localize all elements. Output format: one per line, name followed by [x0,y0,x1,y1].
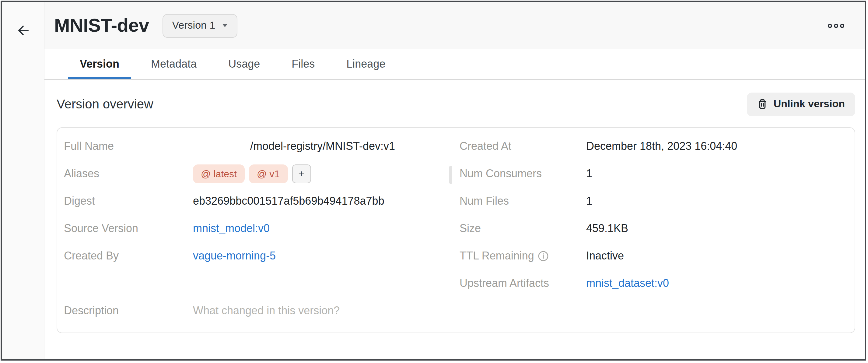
version-selector-label: Version 1 [172,20,215,32]
fields-column-right: Created At December 18th, 2023 16:04:40 … [460,133,855,333]
overflow-menu-button[interactable] [826,21,847,30]
num-files-value: 1 [586,195,592,208]
created-at-value: December 18th, 2023 16:04:40 [586,140,737,153]
sidebar [2,2,44,359]
field-label: Description [64,305,193,317]
field-label: Num Consumers [460,168,586,180]
field-row-num-files: Num Files 1 [460,188,855,215]
field-label: Digest [64,195,193,208]
description-input[interactable]: What changed in this version? [193,305,340,317]
field-label: Size [460,222,586,235]
info-circle-icon[interactable] [538,251,549,261]
alias-tag-v1[interactable]: @ v1 [249,164,288,183]
version-overview-card: Full Name /model-registry/MNIST-dev:v1 A… [57,127,855,333]
version-selector[interactable]: Version 1 [162,14,238,37]
tab-files[interactable]: Files [280,49,326,79]
created-by-link[interactable]: vague-morning-5 [193,250,276,263]
full-name-value: /model-registry/MNIST-dev:v1 [193,140,452,153]
field-label: Created By [64,250,193,263]
section-title: Version overview [57,97,153,112]
add-alias-button[interactable]: + [292,164,311,183]
section-header: Version overview Unlink version [57,92,855,116]
main-panel: Version overview Unlink version [44,80,865,359]
num-consumers-value: 1 [586,168,592,180]
field-label: Aliases [64,168,193,180]
tab-lineage[interactable]: Lineage [335,49,397,79]
field-row-upstream-artifacts: Upstream Artifacts mnist_dataset:v0 [460,270,855,297]
field-row-created-at: Created At December 18th, 2023 16:04:40 [460,133,855,160]
field-row-aliases: Aliases @ latest @ v1 + [64,160,460,188]
unlink-version-button[interactable]: Unlink version [747,92,855,116]
field-row-source-version: Source Version mnist_model:v0 [64,215,460,242]
ellipsis-icon [834,24,838,28]
content-area: MNIST-dev Version 1 Versio [44,2,865,359]
field-label: Upstream Artifacts [460,277,586,290]
alias-tag-latest[interactable]: @ latest [193,164,245,183]
digest-value: eb3269bbc001517af5b69b494178a7bb [193,195,384,208]
fields-column-left: Full Name /model-registry/MNIST-dev:v1 A… [64,133,460,333]
ellipsis-icon [840,24,844,28]
ellipsis-icon [828,24,832,28]
page-header: MNIST-dev Version 1 [44,2,865,49]
field-row-digest: Digest eb3269bbc001517af5b69b494178a7bb [64,188,460,215]
ttl-value: Inactive [586,250,624,263]
tab-usage[interactable]: Usage [217,49,272,79]
page-title: MNIST-dev [54,14,149,36]
field-row-description: Description What changed in this version… [64,297,460,325]
trash-icon [757,99,768,110]
tab-bar: Version Metadata Usage Files Lineage [44,49,865,80]
field-row-size: Size 459.1KB [460,215,855,242]
tab-metadata[interactable]: Metadata [140,49,208,79]
unlink-version-label: Unlink version [774,98,845,110]
app-window: MNIST-dev Version 1 Versio [1,1,866,361]
field-label: Created At [460,140,586,153]
upstream-artifact-link[interactable]: mnist_dataset:v0 [586,277,669,290]
back-arrow-icon [16,24,30,37]
scrollbar-thumb[interactable] [449,166,452,184]
source-version-link[interactable]: mnist_model:v0 [193,222,270,235]
size-value: 459.1KB [586,222,628,235]
field-row-num-consumers: Num Consumers 1 [460,160,855,188]
field-label: Num Files [460,195,586,208]
chevron-down-icon [222,24,227,27]
field-label: Full Name [64,140,193,153]
field-row-created-by: Created By vague-morning-5 [64,242,460,270]
ttl-label: TTL Remaining [460,250,534,263]
page: MNIST-dev Version 1 Versio [0,0,868,363]
field-row-full-name: Full Name /model-registry/MNIST-dev:v1 [64,133,460,160]
field-label: Source Version [64,222,193,235]
field-row-ttl: TTL Remaining Inactive [460,242,855,270]
back-button[interactable] [14,21,32,39]
empty-row [64,270,460,297]
field-label: TTL Remaining [460,250,586,263]
tab-version[interactable]: Version [68,49,131,79]
